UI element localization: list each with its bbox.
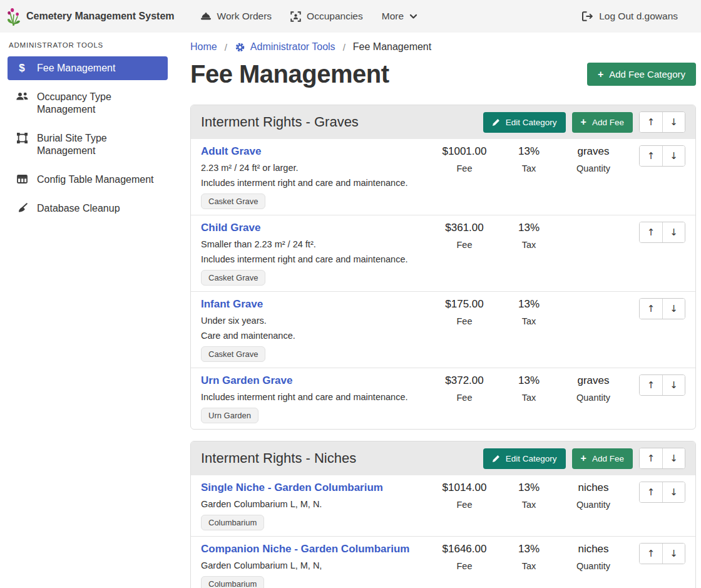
fee-name-link[interactable]: Child Grave (201, 222, 260, 234)
fee-type-badge: Casket Grave (201, 270, 265, 286)
move-fee-down-button[interactable]: ↓ (662, 482, 685, 502)
sidebar-item-database-cleanup[interactable]: Database Cleanup (8, 197, 168, 220)
move-fee-up-button[interactable]: ↑ (640, 375, 662, 395)
chevron-down-icon (409, 14, 417, 19)
tax-value: 13% (501, 222, 556, 234)
fee-name-link[interactable]: Adult Grave (201, 145, 261, 158)
fee-row-adult-grave: Adult Grave 2.23 m² / 24 ft² or larger. … (191, 139, 695, 215)
pencil-icon (492, 455, 500, 463)
move-category-up-button[interactable]: ↑ (640, 448, 662, 468)
fee-reorder-group: ↑ ↓ (639, 145, 685, 167)
tulip-logo-icon (6, 6, 21, 26)
quantity-unit: niches (556, 482, 630, 494)
move-category-down-button[interactable]: ↓ (662, 448, 685, 468)
sidebar-item-fee-management[interactable]: $ Fee Management (8, 56, 168, 80)
move-category-up-button[interactable]: ↑ (640, 112, 662, 132)
fee-name-link[interactable]: Single Niche - Garden Columbarium (201, 482, 383, 494)
fee-label: Fee (427, 500, 501, 510)
fee-label: Fee (427, 240, 501, 250)
add-fee-label: Add Fee (592, 118, 624, 127)
fee-name-link[interactable]: Companion Niche - Garden Columbarium (201, 543, 409, 555)
tax-value: 13% (501, 374, 556, 387)
move-fee-down-button[interactable]: ↓ (662, 544, 685, 564)
move-fee-up-button[interactable]: ↑ (640, 299, 662, 319)
card-title: Interment Rights - Graves (201, 114, 359, 130)
move-fee-up-button[interactable]: ↑ (640, 544, 662, 564)
fee-reorder-group: ↑ ↓ (639, 543, 685, 564)
move-fee-up-button[interactable]: ↑ (640, 482, 662, 502)
fee-amount: $1014.00 (427, 482, 501, 494)
fee-row-infant-grave: Infant Grave Under six years. Care and m… (191, 291, 695, 368)
breadcrumb-admin-tools-link[interactable]: Administrator Tools (235, 41, 335, 53)
tax-value: 13% (501, 482, 556, 494)
edit-category-label: Edit Category (506, 454, 557, 463)
main-content: Home / Administrator Tools / Fee Managem… (175, 33, 701, 588)
fee-reorder-group: ↑ ↓ (639, 482, 685, 503)
gear-icon (235, 42, 245, 53)
fee-reorder-group: ↑ ↓ (639, 298, 685, 319)
move-fee-down-button[interactable]: ↓ (662, 299, 685, 319)
fee-label: Fee (427, 561, 501, 571)
plus-icon: + (598, 70, 603, 79)
logout-icon (581, 11, 593, 21)
sidebar-item-config-table-management[interactable]: Config Table Management (8, 168, 168, 192)
move-fee-up-button[interactable]: ↑ (640, 222, 662, 242)
nav-occupancies[interactable]: Occupancies (281, 0, 372, 33)
sidebar-item-occupancy-type-management[interactable]: Occupancy Type Management (8, 85, 168, 121)
move-fee-up-button[interactable]: ↑ (640, 146, 662, 166)
fee-type-badge: Casket Grave (201, 346, 265, 362)
hard-hat-icon (200, 11, 212, 21)
brand-home-link[interactable]: Cemetery Management System (6, 6, 175, 26)
move-fee-down-button[interactable]: ↓ (662, 146, 685, 166)
fee-description: Under six years. (201, 316, 421, 326)
edit-category-button[interactable]: Edit Category (483, 112, 566, 133)
add-fee-category-button[interactable]: + Add Fee Category (587, 63, 696, 86)
fee-description: Includes interment right and care and ma… (201, 178, 421, 188)
fee-name-link[interactable]: Infant Grave (201, 298, 263, 311)
pencil-icon (492, 118, 500, 126)
fee-label: Fee (427, 163, 501, 173)
nav-more-dropdown[interactable]: More (372, 0, 427, 33)
logout-label: Log Out d.gowans (599, 11, 678, 22)
breadcrumb: Home / Administrator Tools / Fee Managem… (190, 41, 696, 53)
fee-amount: $372.00 (427, 374, 501, 387)
fee-description: Garden Columbarium L, M, N. (201, 499, 421, 509)
fee-description: 2.23 m² / 24 ft² or larger. (201, 163, 421, 173)
fee-reorder-group: ↑ ↓ (639, 222, 685, 243)
sidebar: ADMINISTRATOR TOOLS $ Fee Management Occ… (0, 33, 175, 588)
sidebar-item-burial-site-type-management[interactable]: Burial Site Type Management (8, 126, 168, 163)
breadcrumb-current: Fee Management (353, 41, 431, 53)
fee-description: Smaller than 2.23 m² / 24 ft². (201, 239, 421, 249)
fee-label: Fee (427, 393, 501, 403)
tax-value: 13% (501, 145, 556, 158)
category-reorder-group: ↑ ↓ (639, 111, 685, 133)
tax-value: 13% (501, 543, 556, 555)
move-category-down-button[interactable]: ↓ (662, 112, 685, 132)
fee-description: Care and maintenance. (201, 331, 421, 341)
fee-label: Fee (427, 316, 501, 326)
tax-label: Tax (501, 163, 556, 173)
occupancy-frame-icon (290, 11, 301, 22)
dollar-icon: $ (15, 63, 29, 74)
quantity-label: Quantity (556, 393, 630, 403)
edit-category-button[interactable]: Edit Category (483, 448, 566, 469)
add-fee-button[interactable]: + Add Fee (572, 448, 633, 469)
fee-name-link[interactable]: Urn Garden Grave (201, 374, 292, 387)
quantity-unit: graves (556, 145, 630, 158)
fee-category-card-graves: Interment Rights - Graves Edit Category … (190, 105, 696, 430)
fee-amount: $1001.00 (427, 145, 501, 158)
logout-link[interactable]: Log Out d.gowans (572, 0, 687, 33)
move-fee-down-button[interactable]: ↓ (662, 222, 685, 242)
add-fee-button[interactable]: + Add Fee (572, 112, 633, 133)
quantity-unit: niches (556, 543, 630, 555)
sidebar-item-label: Database Cleanup (37, 202, 120, 215)
nav-occupancies-label: Occupancies (307, 11, 363, 22)
breadcrumb-home-link[interactable]: Home (190, 41, 217, 53)
fee-description: Garden Columbarium L, M, N, (201, 560, 421, 570)
move-fee-down-button[interactable]: ↓ (662, 375, 685, 395)
fee-amount: $175.00 (427, 298, 501, 311)
fee-type-badge: Columbarium (201, 576, 264, 588)
sidebar-item-label: Occupancy Type Management (37, 91, 160, 116)
nav-work-orders[interactable]: Work Orders (191, 0, 282, 33)
breadcrumb-separator: / (225, 42, 227, 53)
